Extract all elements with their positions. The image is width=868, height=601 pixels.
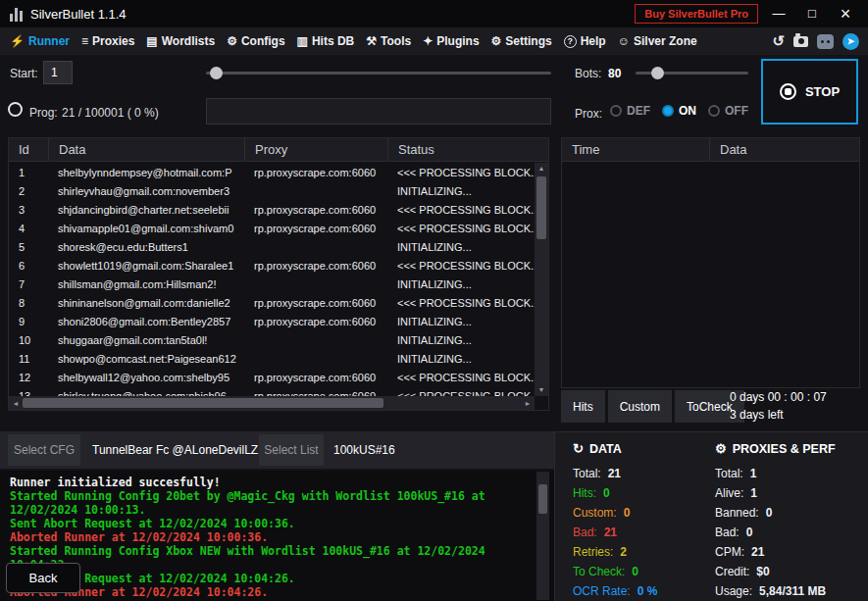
close-button[interactable]: ×: [833, 0, 858, 27]
scroll-down-icon[interactable]: ▼: [538, 384, 545, 396]
minimize-button[interactable]: —: [766, 0, 791, 27]
table-row[interactable]: 7shillsman@gmail.com:Hillsman2!INITIALIZ…: [9, 275, 535, 293]
paper-plane-icon: ➤: [847, 37, 855, 46]
history-icon[interactable]: ↺: [772, 32, 785, 50]
nav-item-configs[interactable]: ⚙Configs: [221, 27, 290, 55]
proxies-stats-column: ⚙ PROXIES & PERF Total:1Alive:1Banned:0B…: [715, 441, 864, 601]
data-stats-list: Total:21Hits:0Custom:0Bad:21Retries:2To …: [573, 464, 705, 601]
bots-label: Bots:: [575, 67, 601, 80]
col-header-status[interactable]: Status: [387, 138, 548, 161]
cell-status: <<< PROCESSING BLOCK...: [387, 223, 535, 234]
nav-item-wordlists[interactable]: ▤Wordlists: [140, 27, 221, 55]
bots-slider[interactable]: [636, 67, 748, 79]
scrollbar-thumb[interactable]: [536, 176, 546, 239]
stat-row: CPM:21: [715, 542, 864, 562]
cell-proxy: rp.proxyscrape.com:6060: [244, 204, 387, 216]
progress-bar: [206, 98, 551, 125]
nav-item-silver-zone[interactable]: ☺Silver Zone: [612, 27, 703, 55]
stat-label: To Check:: [573, 562, 625, 581]
stat-value: $0: [756, 562, 769, 581]
col-header-time[interactable]: Time: [562, 142, 709, 157]
nav-item-plugins[interactable]: ✦Plugins: [417, 27, 485, 55]
table-row[interactable]: 13shirley.truong@yahoo.com:phish96rp.pro…: [9, 386, 535, 396]
scroll-up-icon[interactable]: ▲: [538, 163, 545, 175]
cell-data: shillsman@gmail.com:Hillsman2!: [48, 278, 244, 290]
stat-value: 5,84/311 MB: [759, 581, 826, 601]
scrollbar-thumb[interactable]: [538, 484, 547, 514]
nav-item-help[interactable]: ?Help: [558, 27, 612, 55]
results-horizontal-scrollbar[interactable]: ◄ ►: [9, 396, 535, 410]
prox-option-on[interactable]: ON: [662, 104, 696, 118]
tab-custom[interactable]: Custom: [608, 390, 672, 423]
table-row[interactable]: 10shuggaar@gmail.com:tan5ta0l!INITIALIZI…: [9, 330, 535, 349]
back-button[interactable]: Back: [6, 563, 80, 593]
stat-value: 0: [766, 503, 773, 523]
silver-zone-icon: ☺: [618, 35, 630, 47]
navbar: ⚡Runner≡Proxies▤Wordlists⚙Configs▥Hits D…: [0, 27, 868, 55]
nav-item-settings[interactable]: ⚙Settings: [485, 27, 558, 55]
results-vertical-scrollbar[interactable]: ▲ ▼: [535, 163, 548, 396]
select-cfg-button[interactable]: Select CFG: [8, 434, 80, 466]
scrollbar-thumb[interactable]: [23, 398, 383, 408]
progress-label: Prog:: [29, 106, 58, 120]
col-header-proxy[interactable]: Proxy: [244, 138, 387, 161]
slider-thumb[interactable]: [651, 67, 664, 79]
telegram-icon[interactable]: ➤: [842, 33, 859, 50]
nav-item-hits-db[interactable]: ▥Hits DB: [291, 27, 361, 55]
proxies-icon: ≡: [81, 35, 88, 47]
slider-thumb[interactable]: [210, 67, 223, 79]
table-row[interactable]: 12shelbywall12@yahoo.com:shelby95rp.prox…: [9, 368, 535, 386]
nav-item-tools[interactable]: ⚒Tools: [360, 27, 417, 55]
start-input[interactable]: [43, 61, 73, 84]
cell-data: shivamapple01@gmail.com:shivam0: [48, 223, 244, 234]
nav-item-proxies[interactable]: ≡Proxies: [76, 27, 140, 55]
cell-status: INITIALIZING...: [387, 316, 535, 327]
nav-item-label: Runner: [28, 34, 70, 48]
table-row[interactable]: 6showlett1019@gmail.com:Sharalee1rp.prox…: [9, 256, 535, 275]
stop-button-label: STOP: [805, 84, 840, 99]
col-header-data[interactable]: Data: [709, 138, 859, 161]
cell-data: showpo@comcast.net:Paigesean612: [48, 353, 244, 365]
tab-hits[interactable]: Hits: [561, 390, 605, 423]
table-row[interactable]: 9shoni2806@gmail.com:Bentley2857rp.proxy…: [9, 312, 535, 330]
stat-label: Bad:: [573, 523, 597, 542]
discord-icon[interactable]: [817, 34, 834, 49]
table-row[interactable]: 4shivamapple01@gmail.com:shivam0rp.proxy…: [9, 219, 535, 237]
stat-label: Total:: [573, 464, 601, 483]
prox-option-label: OFF: [725, 104, 748, 118]
table-row[interactable]: 1shelbylynndempsey@hotmail.com:Prp.proxy…: [9, 163, 535, 181]
stat-row: Total:21: [573, 464, 705, 483]
table-row[interactable]: 11showpo@comcast.net:Paigesean612INITIAL…: [9, 349, 535, 368]
select-list-button[interactable]: Select List: [259, 434, 324, 466]
refresh-icon: ↻: [573, 441, 584, 456]
maximize-button[interactable]: □: [799, 0, 825, 27]
scroll-left-icon[interactable]: ◄: [9, 400, 23, 407]
start-slider[interactable]: [206, 67, 551, 79]
table-row[interactable]: 2shirleyvhau@gmail.com:november3INITIALI…: [9, 181, 535, 200]
table-row[interactable]: 5shoresk@ecu.edu:Butters1INITIALIZING...: [9, 237, 535, 256]
col-header-data[interactable]: Data: [48, 138, 244, 161]
col-header-id[interactable]: Id: [9, 142, 48, 157]
cell-data: shelbylynndempsey@hotmail.com:P: [48, 167, 244, 178]
progress-radio-icon[interactable]: [8, 102, 23, 117]
log-vertical-scrollbar[interactable]: [536, 472, 549, 600]
prox-option-off[interactable]: OFF: [708, 104, 748, 118]
prox-option-def[interactable]: DEF: [610, 104, 650, 118]
table-row[interactable]: 3shjdancingbird@charter.net:seelebiirp.p…: [9, 200, 535, 219]
log-line: Started Running Config Xbox NEW with Wor…: [10, 544, 531, 572]
stat-label: Hits:: [573, 483, 596, 503]
camera-icon[interactable]: [793, 36, 808, 47]
cell-id: 3: [9, 204, 48, 216]
log-output: Runner initialized succesfully!Started R…: [0, 471, 554, 601]
stop-button[interactable]: STOP: [761, 59, 858, 125]
buy-pro-button[interactable]: Buy SilverBullet Pro: [635, 4, 758, 24]
scroll-right-icon[interactable]: ►: [521, 400, 535, 407]
table-row[interactable]: 8shininanelson@gmail.com:danielle2rp.pro…: [9, 293, 535, 312]
nav-item-runner[interactable]: ⚡Runner: [4, 27, 76, 55]
app-logo-icon: [10, 7, 23, 22]
stat-row: Alive:1: [715, 483, 864, 503]
cell-proxy: rp.proxyscrape.com:6060: [244, 316, 387, 327]
cell-status: <<< PROCESSING BLOCK...: [387, 297, 535, 309]
log-line: Runner initialized succesfully!: [10, 476, 531, 489]
nav-item-label: Wordlists: [162, 34, 215, 48]
